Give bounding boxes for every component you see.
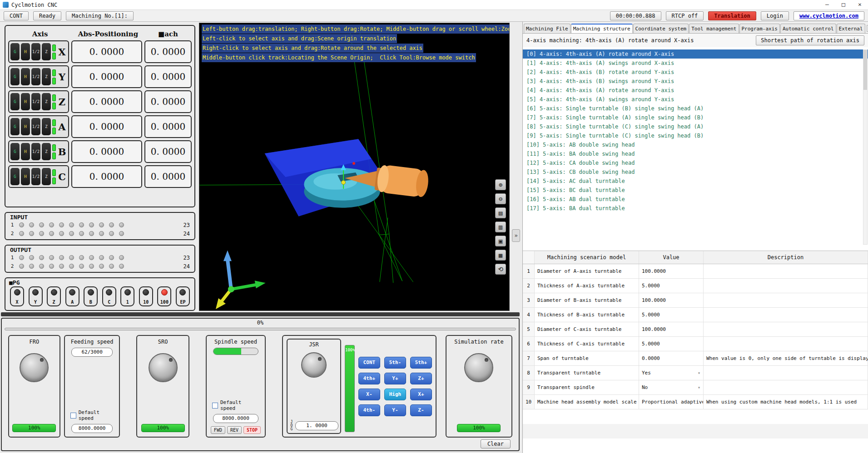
structure-list-item[interactable]: [12] 5-axis: CA double swing head [523, 158, 868, 167]
spindle-stop-button[interactable]: STOP [243, 426, 261, 434]
scenario-value-cell[interactable]: 5.0000 [639, 337, 704, 351]
zoom-in-icon[interactable]: ⊕ [495, 179, 506, 190]
axis-mini-button-x-h[interactable]: H [21, 43, 30, 60]
simulation-rate-knob[interactable] [464, 353, 493, 382]
jog-button-cont[interactable]: CONT [358, 357, 380, 369]
dropdown-arrow-icon[interactable]: ▾ [698, 385, 700, 390]
website-link[interactable]: www.cyclmotion.com [794, 11, 864, 20]
axis-mini-button-y-h[interactable]: H [21, 68, 30, 85]
spindle-default-speed-checkbox[interactable] [212, 403, 218, 409]
jog-step-value[interactable]: 1. 0000 [295, 421, 338, 430]
copy-view-icon[interactable]: ▤ [495, 207, 506, 218]
shortest-path-button[interactable]: Shortest path of rotation axis [756, 35, 864, 45]
mpg-button-100[interactable]: 100 [157, 286, 171, 306]
dropdown-arrow-icon[interactable]: ▾ [698, 370, 700, 375]
jog-button-high[interactable]: High [384, 389, 406, 400]
machining-no-field[interactable]: Machining No.[1]: [66, 11, 134, 20]
axis-mini-button-z-z[interactable]: Z [42, 93, 51, 110]
axis-mini-button-z-h[interactable]: H [21, 93, 30, 110]
mpg-button-z[interactable]: Z [47, 286, 61, 306]
tab-scroll-left-icon[interactable]: ◄ [867, 25, 868, 32]
structure-list-item[interactable]: [6] 5-axis: Single turntable (B) single … [523, 104, 868, 113]
scenario-value-cell[interactable]: 5.0000 [639, 308, 704, 322]
mpg-button-c[interactable]: C [102, 286, 116, 306]
mpg-button-y[interactable]: Y [29, 286, 43, 306]
scrollbar-thumb[interactable] [863, 50, 867, 90]
axis-mini-button-b-g[interactable]: G [10, 143, 20, 160]
axis-mini-button-a-1-2[interactable]: 1/2 [31, 118, 40, 135]
structure-list-item[interactable]: [4] 4-axis: 4th-axis (A) rotate around Y… [523, 86, 868, 95]
login-button[interactable]: Login [761, 11, 789, 20]
jog-button-y[interactable]: Y- [384, 404, 406, 416]
structure-list-item[interactable]: [17] 5-axis: BA dual turntable [523, 204, 868, 213]
structure-list-item[interactable]: [3] 4-axis: 4th-axis (B) swings around Y… [523, 77, 868, 86]
snapshot-icon[interactable]: ▣ [495, 236, 506, 246]
axis-mini-button-z-g[interactable]: G [10, 93, 20, 110]
mode-button[interactable]: CONT [4, 11, 29, 20]
sro-knob[interactable] [149, 353, 178, 382]
tab-tool-management[interactable]: Tool management [689, 24, 739, 33]
fro-knob[interactable] [20, 353, 49, 382]
mpg-button-10[interactable]: 10 [139, 286, 153, 306]
axis-mini-button-c-1-2[interactable]: 1/2 [31, 168, 40, 185]
axis-mini-button-c-g[interactable]: G [10, 168, 20, 185]
tab-external[interactable]: External [837, 24, 865, 33]
minimize-icon[interactable]: — [819, 0, 835, 10]
scenario-value-cell[interactable]: 0.0000 [639, 351, 704, 365]
maximize-icon[interactable]: □ [835, 0, 852, 10]
scenario-value-cell[interactable]: 5.0000 [639, 279, 704, 293]
scenario-value-cell[interactable]: 100.0000 [639, 322, 704, 336]
clear-button[interactable]: Clear [481, 439, 511, 448]
axis-mini-button-c-z[interactable]: Z [42, 168, 51, 185]
structure-list-item[interactable]: [9] 5-axis: Single turntable (C) single … [523, 131, 868, 140]
jog-button-z[interactable]: Z- [410, 404, 432, 416]
jog-button-y[interactable]: Y+ [384, 373, 406, 384]
viewport-3d[interactable]: Left-button drag:translation; Right-butt… [199, 23, 510, 311]
axis-mini-button-z-1-2[interactable]: 1/2 [31, 93, 40, 110]
scenario-value-cell[interactable]: Proportional adaptive▾ [639, 395, 704, 409]
tab-machining-file[interactable]: Machining File [524, 24, 570, 33]
tab-machining-structure[interactable]: Machining structure [571, 24, 633, 33]
tab-coordinate-system[interactable]: Coordinate system [633, 24, 689, 33]
scenario-value-cell[interactable]: Yes▾ [639, 366, 704, 380]
mpg-button-x[interactable]: X [10, 286, 24, 306]
list-scrollbar[interactable] [863, 49, 868, 245]
structure-list-item[interactable]: [16] 5-axis: AB dual turntable [523, 195, 868, 204]
axis-mini-button-x-1-2[interactable]: 1/2 [31, 43, 40, 60]
feeding-speed-value[interactable]: 62/3000 [71, 348, 113, 357]
mpg-button-a[interactable]: A [65, 286, 79, 306]
axis-mini-button-x-g[interactable]: G [10, 43, 20, 60]
scenario-value-cell[interactable]: No▾ [639, 380, 704, 394]
structure-list-item[interactable]: [7] 5-axis: Single turntable (A) single … [523, 113, 868, 122]
spindle-default-speed-field[interactable]: 8000.0000 [213, 414, 258, 423]
mpg-button-1[interactable]: 1 [120, 286, 134, 306]
paste-view-icon[interactable]: ▥ [495, 222, 506, 232]
jog-button-5th[interactable]: 5th+ [410, 357, 432, 369]
translation-button[interactable]: Translation [708, 11, 756, 20]
axis-mini-button-x-z[interactable]: Z [42, 43, 51, 60]
jog-button-x[interactable]: X+ [410, 389, 432, 400]
structure-list-item[interactable]: [11] 5-axis: BA double swing head [523, 149, 868, 158]
structure-list-item[interactable]: [10] 5-axis: AB double swing head [523, 140, 868, 149]
scenario-value-cell[interactable]: 100.0000 [639, 293, 704, 307]
spindle-fwd-button[interactable]: FWD [211, 426, 225, 434]
mpg-button-b[interactable]: B [84, 286, 98, 306]
horizontal-splitter[interactable] [1, 312, 520, 316]
feed-slider[interactable]: 100% [345, 345, 355, 432]
structure-list-item[interactable]: [5] 4-axis: 4th-axis (A) swings around Y… [523, 95, 868, 104]
axis-mini-button-y-g[interactable]: G [10, 68, 20, 85]
tab-program-axis[interactable]: Program-axis [739, 24, 780, 33]
structure-list-item[interactable]: [0] 4-axis: 4th-axis (A) rotate around X… [523, 49, 868, 59]
panel-expander-button[interactable]: » [512, 229, 520, 242]
axis-mini-button-y-z[interactable]: Z [42, 68, 51, 85]
reset-view-icon[interactable]: ⟲ [495, 264, 506, 275]
feeding-default-speed-field[interactable]: 8000.0000 [71, 424, 113, 433]
mpg-button-ep[interactable]: EP [176, 286, 190, 306]
axis-mini-button-a-g[interactable]: G [10, 118, 20, 135]
spindle-rev-button[interactable]: REV [227, 426, 242, 434]
tab-automatic-control[interactable]: Automatic control [780, 24, 836, 33]
structure-list-item[interactable]: [8] 5-axis: Single turntable (C) single … [523, 122, 868, 131]
jog-button-4th[interactable]: 4th- [358, 404, 380, 416]
structure-list-item[interactable]: [13] 5-axis: CB double swing head [523, 167, 868, 177]
rtcp-toggle-button[interactable]: RTCP off [666, 11, 704, 20]
